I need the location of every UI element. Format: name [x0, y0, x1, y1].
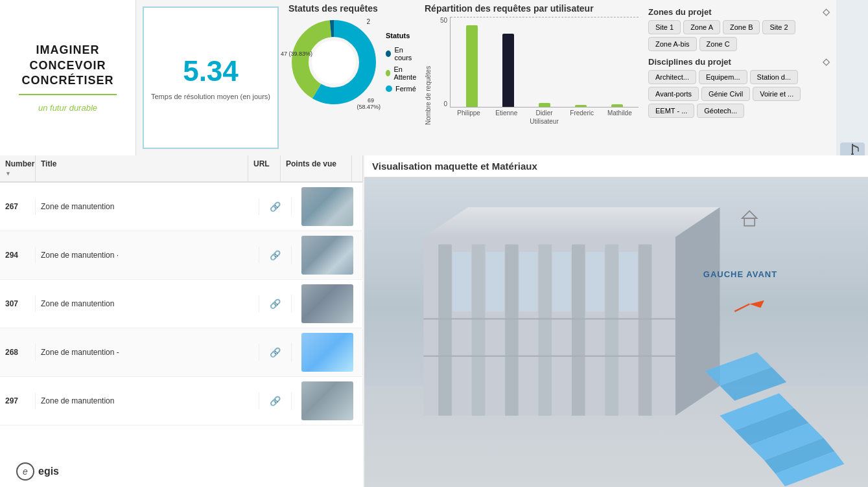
window-6: [619, 252, 638, 311]
vis-label-text: GAUCHE AVANT: [703, 269, 777, 279]
disc-architect[interactable]: Architect...: [648, 70, 696, 84]
direction-line: [734, 304, 749, 311]
logo-line3: CONCRÉTISER: [21, 73, 113, 88]
td-url-307: 🔗: [259, 295, 292, 313]
thumb-img-307: [301, 284, 353, 323]
donut-container: 2 47 (39.83%) 69 (58.47%) Statuts En cou…: [288, 17, 418, 108]
building-roof: [423, 207, 720, 237]
logo-divider: [19, 94, 117, 95]
thumb-img-267: [301, 187, 353, 226]
thumbnail-297: [301, 381, 353, 420]
y-axis-label: Nombre de requêtes: [425, 17, 432, 125]
disc-geotech[interactable]: Géotech...: [697, 104, 744, 118]
zone-site1[interactable]: Site 1: [648, 20, 681, 34]
disc-geniecivil[interactable]: Génie Civil: [701, 87, 750, 101]
pillar-2: [472, 244, 486, 415]
legend-ferme: Fermé: [386, 85, 418, 93]
disc-eemt[interactable]: EEMT - ...: [648, 104, 694, 118]
zone-zoneabis[interactable]: Zone A-bis: [648, 37, 697, 51]
charts-area: Statuts des requêtes 2: [285, 0, 836, 155]
vis-section: Visualisation maquette et Matériaux: [364, 155, 868, 487]
td-number-307: 307: [0, 295, 36, 312]
bar-chart-with-y: Nombre de requêtes 50 0: [425, 17, 639, 125]
thumbnail-307: [301, 284, 353, 323]
th-url: URL: [248, 155, 281, 181]
bar-etienne-black: [502, 34, 514, 107]
sort-arrow-number[interactable]: ▼: [5, 170, 11, 177]
disc-voirie[interactable]: Voirie et ...: [753, 87, 801, 101]
donut-wrapper: 2 47 (39.83%) 69 (58.47%): [288, 17, 379, 108]
y-tick-50: 50: [440, 17, 447, 24]
main-container: IMAGINER CONCEVOIR CONCRÉTISER un futur …: [0, 0, 868, 487]
td-title-294: Zone de manutention ·: [36, 247, 259, 264]
vis-label: GAUCHE AVANT: [703, 269, 777, 279]
link-icon-267[interactable]: 🔗: [270, 201, 281, 212]
disc-avantports[interactable]: Avant-ports: [648, 87, 699, 101]
zone-zoneb[interactable]: Zone B: [723, 20, 760, 34]
table-row: 297 Zone de manutention 🔗: [0, 377, 363, 425]
bar-didier-green: [539, 103, 550, 107]
th-title: Title: [36, 155, 248, 181]
zone-site2[interactable]: Site 2: [762, 20, 795, 34]
window-1: [452, 252, 471, 311]
th-number: Number ▼: [0, 155, 36, 181]
x-label-philippe: Philippe: [456, 109, 482, 117]
link-icon-268[interactable]: 🔗: [270, 347, 281, 357]
legend-label-ferme: Fermé: [395, 85, 416, 93]
kpi-area: 5.34 Temps de résolution moyen (en jours…: [143, 6, 279, 149]
vis-title: Visualisation maquette et Matériaux: [364, 155, 868, 177]
pillar-5: [572, 244, 585, 415]
pillar-6: [605, 244, 618, 415]
bar-group-mathilde: [611, 104, 623, 107]
zones-collapse-icon[interactable]: ◇: [823, 6, 830, 17]
thumbnail-268: [301, 333, 353, 372]
logo-sub: un futur durable: [38, 103, 97, 113]
donut-center: [312, 40, 356, 84]
y-tick-0: 0: [443, 100, 447, 108]
home-icon-roof: [742, 211, 757, 218]
egis-logo: e egis: [16, 462, 59, 481]
zone-zonea[interactable]: Zone A: [683, 20, 720, 34]
th-scroll: [352, 155, 363, 181]
thumb-img-294: [301, 236, 353, 275]
table-row: 267 Zone de manutention 🔗: [0, 183, 363, 231]
link-icon-307[interactable]: 🔗: [270, 299, 281, 309]
link-icon-294[interactable]: 🔗: [270, 250, 281, 260]
td-points-268: [292, 329, 363, 376]
bar-group-philippe: [466, 25, 478, 107]
donut-anno-pct: (58.47%): [357, 104, 381, 110]
crane-icon: [845, 142, 860, 157]
legend-label-attente: En Attente: [393, 65, 418, 81]
egis-logo-text: egis: [38, 466, 59, 477]
crane-sidebar-icon[interactable]: [840, 142, 865, 157]
td-title-268: Zone de manutention -: [36, 344, 259, 361]
zones-section: Zones du projet ◇ Site 1 Zone A Zone B S…: [645, 3, 833, 152]
zone-zonec[interactable]: Zone C: [699, 37, 737, 51]
table-section: Number ▼ Title URL Points de vue 267 Zon…: [0, 155, 363, 487]
x-label-frederic: Frederic: [569, 109, 595, 117]
thumb-img-268: [301, 333, 353, 372]
bar-frederic-green: [575, 105, 587, 107]
x-axis-title: Utilisateur: [434, 118, 639, 125]
link-icon-297[interactable]: 🔗: [270, 396, 281, 406]
donut-svg: [288, 17, 379, 108]
td-title-297: Zone de manutention: [36, 392, 259, 409]
legend-encours: En cours: [386, 46, 418, 62]
disciplines-collapse-icon[interactable]: ◇: [823, 56, 830, 67]
disc-station[interactable]: Station d...: [750, 70, 799, 84]
egis-logo-circle: e: [16, 462, 34, 481]
bar-mathilde-green: [611, 104, 623, 107]
bar-chart-body: 50 0: [434, 17, 639, 108]
legend-dot-attente: [386, 70, 390, 76]
donut-legend: Statuts En cours En Attente Fermé: [386, 32, 418, 93]
kpi-label: Temps de résolution moyen (en jours): [151, 93, 270, 100]
window-4: [552, 252, 571, 311]
bar-chart-title: Répartition des requêtes par utilisateur: [425, 3, 639, 14]
pillar-7: [639, 244, 652, 415]
td-url-267: 🔗: [259, 198, 292, 216]
legend-label-encours: En cours: [394, 46, 418, 62]
disc-equipem[interactable]: Equipem...: [699, 70, 747, 84]
bar-chart-main: 50 0: [434, 17, 639, 125]
thumbnail-267: [301, 187, 353, 226]
bar-philippe-green: [466, 25, 478, 107]
